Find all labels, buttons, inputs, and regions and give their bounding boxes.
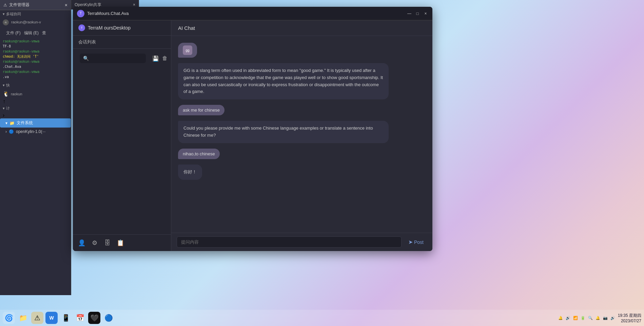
taskbar-cal-icon[interactable]: 📅 xyxy=(74,312,86,324)
arrow-row: › xyxy=(0,112,71,118)
file-manager-icon: ⚠ xyxy=(3,3,7,7)
app-window: T TerraMours.Chat.Ava — □ × T xyxy=(73,7,432,251)
message-user-2: ask me for chinese xyxy=(178,105,225,115)
terminal-line-5: raokun@raokun-vmwa xyxy=(3,59,68,64)
save-button[interactable]: 💾 xyxy=(152,54,159,63)
settings-icon[interactable]: ⚙ xyxy=(90,238,99,248)
taskbar-camera-icon[interactable]: 📷 xyxy=(603,316,608,320)
chat-input[interactable] xyxy=(177,236,402,248)
bg-window-close[interactable]: × xyxy=(133,2,135,7)
taskbar-dark-icon[interactable]: 🖤 xyxy=(88,312,100,324)
taskbar-date-label: 2023/07/27 xyxy=(618,319,641,323)
chat-main-header: AI Chat xyxy=(171,20,432,36)
taskbar: 🌀 📁 ⚠ W 📱 📅 🖤 🔵 🔔 🔊 📶 🔋 🔍 🔔 📷 � xyxy=(0,310,644,326)
section-duoduan-label: 多端协同 xyxy=(6,12,21,17)
terminal-line-2: TF-8 xyxy=(3,44,68,49)
filesystem-label: 文件系统 xyxy=(17,120,33,126)
clipboard-icon[interactable]: 📋 xyxy=(116,238,125,248)
chat-input-area: ➤ Post xyxy=(171,233,432,251)
taskbar-left: 🌀 📁 ⚠ W 📱 📅 🖤 🔵 xyxy=(3,312,115,324)
chevron-calc-icon: ▾ xyxy=(3,106,5,111)
window-titlebar: T TerraMours.Chat.Ava — □ × xyxy=(73,7,432,20)
menu-file[interactable]: 文件 (F) xyxy=(6,30,21,36)
file-manager-panel: ⚠ 文件管理器 × ▾ 多端协同 R raokun@raokun-v 文件 (F… xyxy=(0,0,71,295)
minimize-button[interactable]: — xyxy=(407,11,412,16)
taskbar-warning-icon[interactable]: ⚠ xyxy=(31,312,43,324)
user-info-item[interactable]: R raokun@raokun-v xyxy=(0,18,71,27)
ai-response-3: 你好！ xyxy=(183,169,197,174)
expand-arrow-icon-2: › xyxy=(5,129,7,134)
kylin-start-icon[interactable]: 🌀 xyxy=(3,312,15,324)
section-quick-label: 快 xyxy=(6,83,10,88)
taskbar-datetime: 19:35 星期四 2023/07/27 xyxy=(618,313,641,323)
chat-list-label: 会话列表 xyxy=(78,39,96,44)
openkylin-label: openKylin-1.0(··· xyxy=(16,129,45,134)
chevron-icon: ▾ xyxy=(3,12,5,16)
send-icon: ➤ xyxy=(408,239,413,245)
taskbar-phone-icon[interactable]: 📱 xyxy=(60,312,72,324)
close-button[interactable]: × xyxy=(423,11,428,16)
taskbar-network-icon[interactable]: 📶 xyxy=(573,316,578,320)
user-avatar-1: gg xyxy=(183,45,192,55)
user-info-item-2[interactable]: 🐧 raokun xyxy=(0,89,71,98)
search-icon: 🔍 xyxy=(83,56,89,61)
taskbar-notify-icon[interactable]: 🔔 xyxy=(558,316,563,320)
delete-button[interactable]: 🗑 xyxy=(161,54,168,63)
file-manager-header: ⚠ 文件管理器 × xyxy=(0,0,71,10)
chat-app-icon-letter: T xyxy=(81,26,83,30)
file-manager-close-icon[interactable]: × xyxy=(65,2,67,8)
chevron-quick-icon: ▾ xyxy=(3,83,5,88)
close-icon: × xyxy=(424,11,427,16)
sidebar-item-filesystem[interactable]: ▾ 📁 文件系统 xyxy=(0,118,71,128)
terminal-line-6: .Chat.Ava xyxy=(3,64,68,69)
section-calc-label: 计 xyxy=(6,106,10,111)
taskbar-sound-icon[interactable]: 🔊 xyxy=(610,316,615,320)
kylin-disk-icon: 🔵 xyxy=(9,129,14,134)
chat-list-header: 会话列表 xyxy=(73,36,171,49)
taskbar-w-icon[interactable]: W xyxy=(45,312,58,324)
message-user-3: nihao,to chinese xyxy=(178,149,220,159)
search-action-row: 🔍 💾 🗑 xyxy=(73,49,171,68)
taskbar-files-icon[interactable]: 📁 xyxy=(17,312,29,324)
terminal-line-1: raokun@raokun-vmwa xyxy=(3,39,68,44)
section-calc: ▾ 计 xyxy=(0,104,71,112)
profile-icon[interactable]: 👤 xyxy=(77,238,86,248)
user-msg-3: nihao,to chinese xyxy=(183,151,215,156)
file-manager-title: 文件管理器 xyxy=(9,2,30,8)
chat-search-bar[interactable]: 🔍 xyxy=(80,54,146,63)
minimize-icon: — xyxy=(407,11,411,16)
sidebar-item-openkylin[interactable]: › 🔵 openKylin-1.0(··· xyxy=(0,128,71,136)
taskbar-battery-icon[interactable]: 🔋 xyxy=(581,316,585,320)
chat-sidebar: T TerraM oursDesktop 会话列表 🔍 💾 xyxy=(73,20,171,251)
terminal-line-7: raokun@raokun-vmwa xyxy=(3,69,68,74)
chat-list-empty xyxy=(73,68,171,234)
expand-arrow-icon: ▾ xyxy=(5,121,7,126)
taskbar-right: 🔔 🔊 📶 🔋 🔍 🔔 📷 🔊 19:35 星期四 2023/07/27 xyxy=(558,313,641,323)
taskbar-volume-icon[interactable]: 🔊 xyxy=(566,316,570,320)
username-label: raokun@raokun-v xyxy=(11,20,41,24)
terminal-line-8: .va xyxy=(3,74,68,79)
chat-main: AI Chat gg GG is a slang term often used… xyxy=(171,20,432,251)
ai-response-1: GG is a slang term often used in abbrevi… xyxy=(183,68,383,94)
terminal-line-4: chmod: 无法访问 'T' xyxy=(3,54,68,59)
section-duoduan: ▾ 多端协同 xyxy=(0,10,71,18)
window-app-icon: T xyxy=(77,10,84,17)
window-controls: — □ × xyxy=(407,11,428,16)
menu-edit[interactable]: 编辑 (E) xyxy=(24,30,39,36)
taskbar-blue-icon[interactable]: 🔵 xyxy=(102,312,115,324)
right-arrow-icon: › xyxy=(3,112,4,118)
chat-app-icon: T xyxy=(78,24,85,31)
chat-sidebar-footer: 👤 ⚙ 🗄 📋 xyxy=(73,234,171,251)
maximize-button[interactable]: □ xyxy=(415,11,420,16)
post-button[interactable]: ➤ Post xyxy=(405,237,427,247)
ai-response-2: Could you please provide me with some Ch… xyxy=(183,126,373,138)
message-ai-1: GG is a slang term often used in abbrevi… xyxy=(178,63,389,99)
post-label: Post xyxy=(414,239,424,245)
taskbar-search-icon[interactable]: 🔍 xyxy=(588,316,593,320)
taskbar-bell-icon[interactable]: 🔔 xyxy=(596,316,600,320)
database-icon[interactable]: 🗄 xyxy=(103,238,112,248)
avatar-icon: 🐧 xyxy=(3,91,9,97)
taskbar-time-label: 19:35 星期四 xyxy=(618,313,641,319)
menu-view[interactable]: 查 xyxy=(42,30,46,36)
search-input[interactable] xyxy=(92,56,142,61)
